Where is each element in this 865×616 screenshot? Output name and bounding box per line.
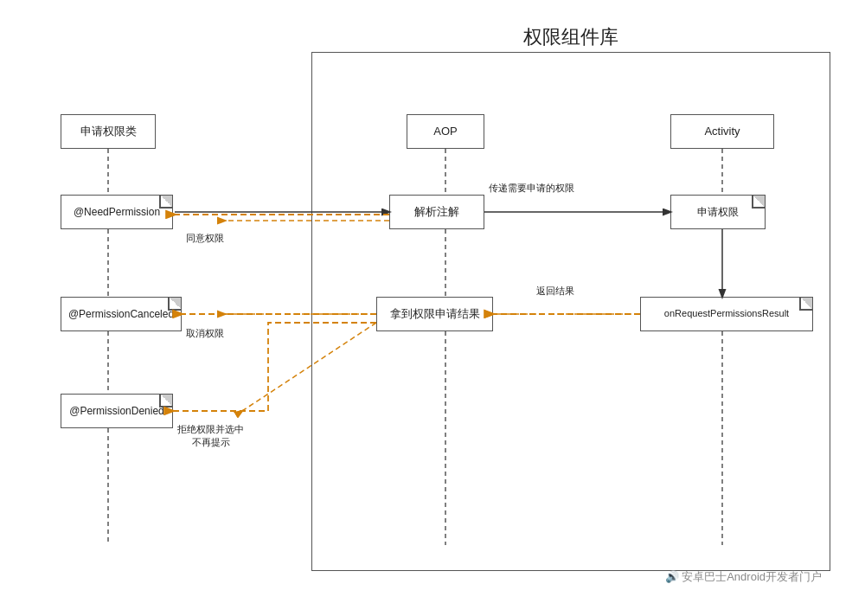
node-need-permission: @NeedPermission [61, 195, 173, 229]
diagram-title: 权限组件库 [311, 24, 830, 50]
node-activity: Activity [670, 114, 774, 149]
label-agree: 同意权限 [186, 232, 224, 244]
label-cancel: 取消权限 [186, 327, 224, 339]
label-refuse: 拒绝权限并选中 不再提示 [177, 411, 244, 448]
node-apply-class: 申请权限类 [61, 114, 156, 149]
node-get-result: 拿到权限申请结果 [376, 297, 493, 331]
node-permission-cancelled: @PermissionCanceled [61, 297, 182, 331]
label-return-result: 返回结果 [536, 285, 574, 297]
watermark: 🔊 安卓巴士Android开发者门户 [665, 569, 822, 585]
node-on-request-result: onRequestPermissionsResult [640, 297, 813, 331]
node-apply-permission: 申请权限 [670, 195, 766, 229]
diagram-container: 权限组件库 申请权限类 @NeedPermission @PermissionC… [17, 17, 848, 599]
label-pass-permission: 传递需要申请的权限 [489, 182, 574, 194]
node-permission-denied: @PermissionDenied [61, 394, 173, 428]
node-parse-annotation: 解析注解 [389, 195, 484, 229]
node-aop: AOP [407, 114, 484, 149]
